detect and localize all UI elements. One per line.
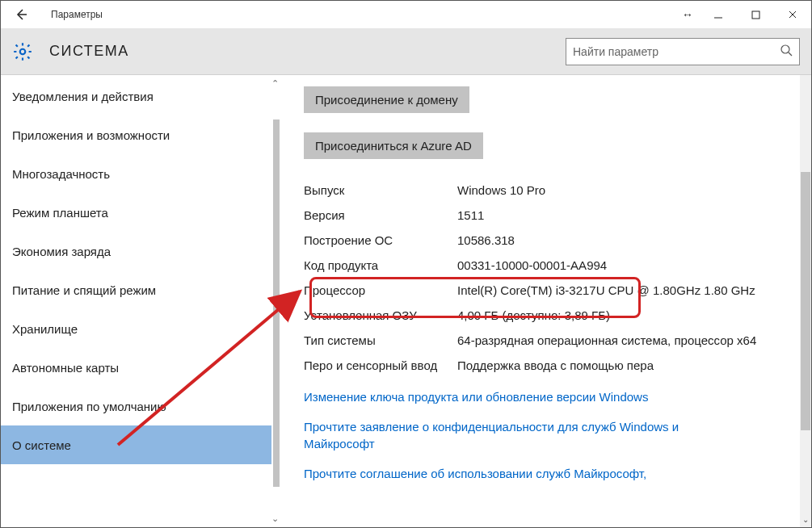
sidebar-item-storage[interactable]: Хранилище [1,309,271,348]
close-icon [788,10,797,19]
back-button[interactable] [7,1,35,28]
sidebar-item-label: О системе [12,438,71,452]
link-change-product-key[interactable]: Изменение ключа продукта или обновление … [304,388,732,405]
sidebar-scrollbar-thumb[interactable] [273,119,280,487]
info-value: 64-разрядная операционная система, проце… [457,332,795,349]
info-value: 1511 [457,207,795,224]
sidebar-item-default-apps[interactable]: Приложения по умолчанию [1,387,271,425]
join-domain-button[interactable]: Присоединение к домену [304,86,469,113]
info-row-system-type: Тип системы 64-разрядная операционная си… [304,332,795,349]
info-row-pen-touch: Перо и сенсорный ввод Поддержка ввода с … [304,357,795,374]
info-label: Версия [304,207,457,224]
header: СИСТЕМА Найти параметр [1,28,811,75]
maximize-icon [751,10,760,19]
sidebar-item-label: Питание и спящий режим [12,283,156,297]
content-scroll-down[interactable]: ⌄ [800,515,811,524]
links-section: Изменение ключа продукта или обновление … [304,388,795,482]
info-value: Intel(R) Core(TM) i3-3217U CPU @ 1.80GHz… [457,282,795,299]
info-label: Перо и сенсорный ввод [304,357,457,374]
svg-point-2 [781,45,789,53]
info-label: Тип системы [304,332,457,349]
sidebar-item-label: Режим планшета [12,206,108,220]
content-scrollbar-thumb[interactable] [801,172,810,430]
minimize-button[interactable] [700,1,737,28]
sidebar-item-label: Приложения и возможности [12,128,170,142]
info-value: 4,00 ГБ (доступно: 3,89 ГБ) [457,307,795,324]
info-label: Выпуск [304,182,457,199]
sidebar-item-label: Приложения по умолчанию [12,400,166,413]
info-row-version: Версия 1511 [304,207,795,224]
info-row-ram: Установленная ОЗУ 4,00 ГБ (доступно: 3,8… [304,307,795,324]
search-input[interactable]: Найти параметр [566,38,800,65]
sidebar-scroll-up[interactable]: ⌃ [270,78,280,89]
titlebar: Параметры ↔ [1,1,811,28]
info-label: Процессор [304,282,457,299]
sidebar-item-tablet-mode[interactable]: Режим планшета [1,193,271,232]
sidebar-item-notifications[interactable]: Уведомления и действия [1,77,271,115]
sidebar-item-label: Уведомления и действия [12,90,154,103]
maximize-button[interactable] [737,1,774,28]
sidebar-item-battery-saver[interactable]: Экономия заряда [1,232,271,270]
info-row-build: Построение ОС 10586.318 [304,232,795,249]
sidebar: ⌃ Уведомления и действия Приложения и во… [1,75,280,527]
resize-indicator-icon: ↔ [675,1,700,28]
link-services-agreement[interactable]: Прочтите соглашение об использовании слу… [304,465,732,482]
sidebar-item-label: Хранилище [12,322,78,336]
info-value: Windows 10 Pro [457,182,795,199]
sidebar-item-multitasking[interactable]: Многозадачность [1,154,271,193]
close-button[interactable] [774,1,811,28]
window-title: Параметры [51,9,103,20]
content-area: Присоединение к домену Присоединиться к … [280,75,811,527]
join-azure-button[interactable]: Присоединиться к Azure AD [304,132,483,159]
arrow-left-icon [14,7,28,22]
search-icon [780,44,793,60]
sidebar-item-apps-features[interactable]: Приложения и возможности [1,115,271,154]
info-value: 10586.318 [457,232,795,249]
settings-window: Параметры ↔ СИСТЕМА Найти параметр [0,0,812,528]
sidebar-item-power-sleep[interactable]: Питание и спящий режим [1,270,271,309]
svg-point-1 [20,48,26,54]
sidebar-item-about[interactable]: О системе [1,425,271,464]
search-placeholder: Найти параметр [573,45,780,58]
gear-icon [12,41,33,62]
sidebar-scroll-down[interactable]: ⌄ [270,513,280,524]
info-value: 00331-10000-00001-AA994 [457,257,795,274]
minimize-icon [713,10,723,19]
info-label: Построение ОС [304,232,457,249]
content-scrollbar-track[interactable] [800,75,811,527]
sidebar-item-offline-maps[interactable]: Автономные карты [1,348,271,387]
info-label: Установленная ОЗУ [304,307,457,324]
body: ⌃ Уведомления и действия Приложения и во… [1,75,811,527]
svg-rect-0 [752,11,759,19]
info-value: Поддержка ввода с помощью пера [457,357,795,374]
info-label: Код продукта [304,257,457,274]
window-controls: ↔ [675,1,811,28]
info-row-processor: Процессор Intel(R) Core(TM) i3-3217U CPU… [304,282,795,299]
system-info-table: Выпуск Windows 10 Pro Версия 1511 Постро… [304,182,795,374]
link-privacy-statement[interactable]: Прочтите заявление о конфиденциальности … [304,418,732,452]
info-row-product-id: Код продукта 00331-10000-00001-AA994 [304,257,795,274]
sidebar-item-label: Многозадачность [12,167,110,181]
section-title: СИСТЕМА [49,43,129,60]
info-row-edition: Выпуск Windows 10 Pro [304,182,795,199]
sidebar-item-label: Экономия заряда [12,245,111,258]
sidebar-item-label: Автономные карты [12,361,119,375]
